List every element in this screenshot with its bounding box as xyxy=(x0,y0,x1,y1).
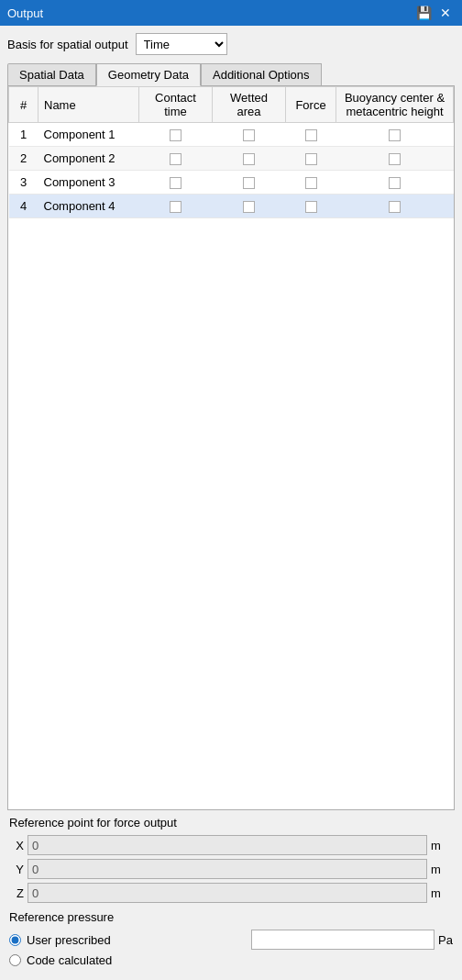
checkbox-buoyancy-2[interactable] xyxy=(389,153,401,165)
x-axis-label: X xyxy=(9,839,24,852)
z-unit: m xyxy=(431,886,453,900)
y-unit: m xyxy=(431,863,453,876)
row-contact-time xyxy=(139,147,213,171)
row-num: 2 xyxy=(9,147,38,171)
title-bar-buttons: 💾 ✕ xyxy=(414,4,455,22)
checkbox-contact-time-2[interactable] xyxy=(170,153,182,165)
checkbox-force-2[interactable] xyxy=(305,153,317,165)
col-header-name: Name xyxy=(38,87,139,123)
col-header-force: Force xyxy=(286,87,336,123)
checkbox-contact-time-3[interactable] xyxy=(170,177,182,189)
save-button[interactable]: 💾 xyxy=(414,4,433,22)
reference-pressure-section: Reference pressure User prescribed Pa Co… xyxy=(9,910,453,967)
checkbox-wetted-area-1[interactable] xyxy=(243,129,255,141)
title-bar: Output 💾 ✕ xyxy=(0,0,462,26)
row-num: 1 xyxy=(9,123,38,147)
y-input[interactable] xyxy=(28,859,427,879)
user-prescribed-radio[interactable] xyxy=(9,934,21,946)
row-force xyxy=(286,123,336,147)
bottom-section: Reference point for force output X m Y m… xyxy=(7,816,455,967)
row-buoyancy xyxy=(336,171,454,195)
row-buoyancy xyxy=(336,147,454,171)
pressure-unit: Pa xyxy=(438,933,453,947)
z-input[interactable] xyxy=(28,883,427,903)
col-header-buoyancy: Buoyancy center &metacentric height xyxy=(336,87,454,123)
row-num: 4 xyxy=(9,195,38,218)
user-prescribed-row: User prescribed Pa xyxy=(9,930,453,950)
row-force xyxy=(286,147,336,171)
row-force xyxy=(286,195,336,218)
row-name: Component 2 xyxy=(38,147,139,171)
z-input-row: Z m xyxy=(9,883,453,903)
pressure-input-part: Pa xyxy=(251,930,453,950)
x-unit: m xyxy=(431,839,453,852)
code-calculated-label: Code calculated xyxy=(27,953,112,967)
row-contact-time xyxy=(139,171,213,195)
col-header-contact-time: Contact time xyxy=(139,87,213,123)
checkbox-buoyancy-4[interactable] xyxy=(389,201,401,213)
tab-options[interactable]: Additional Options xyxy=(201,63,322,86)
x-input-row: X m xyxy=(9,835,453,855)
tab-bar: Spatial Data Geometry Data Additional Op… xyxy=(7,62,455,85)
checkbox-contact-time-4[interactable] xyxy=(170,201,182,213)
row-force xyxy=(286,171,336,195)
reference-force-label: Reference point for force output xyxy=(9,816,453,830)
table-row: 4 Component 4 xyxy=(9,195,454,218)
z-axis-label: Z xyxy=(9,886,24,900)
table-row: 3 Component 3 xyxy=(9,171,454,195)
checkbox-buoyancy-1[interactable] xyxy=(389,129,401,141)
window-title: Output xyxy=(7,6,43,20)
geometry-table-container: # Name Contact time Wetted area Force Bu… xyxy=(7,85,455,810)
row-wetted-area xyxy=(213,123,286,147)
code-calculated-row: Code calculated xyxy=(9,953,453,967)
row-buoyancy xyxy=(336,123,454,147)
basis-label: Basis for spatial output xyxy=(7,38,128,51)
close-button[interactable]: ✕ xyxy=(436,4,455,22)
geometry-table: # Name Contact time Wetted area Force Bu… xyxy=(8,86,454,218)
x-input[interactable] xyxy=(28,835,427,855)
tab-spatial[interactable]: Spatial Data xyxy=(7,63,96,86)
table-row: 1 Component 1 xyxy=(9,123,454,147)
user-prescribed-label: User prescribed xyxy=(27,933,111,947)
checkbox-force-3[interactable] xyxy=(305,177,317,189)
table-header-row: # Name Contact time Wetted area Force Bu… xyxy=(9,87,454,123)
checkbox-wetted-area-3[interactable] xyxy=(243,177,255,189)
row-name: Component 4 xyxy=(38,195,139,218)
checkbox-contact-time-1[interactable] xyxy=(170,129,182,141)
row-num: 3 xyxy=(9,171,38,195)
checkbox-force-4[interactable] xyxy=(305,201,317,213)
basis-select[interactable]: Time Frequency Both xyxy=(136,33,227,55)
y-axis-label: Y xyxy=(9,863,24,876)
main-content: Basis for spatial output Time Frequency … xyxy=(0,26,462,978)
row-name: Component 3 xyxy=(38,171,139,195)
tab-geometry[interactable]: Geometry Data xyxy=(96,63,201,86)
y-input-row: Y m xyxy=(9,859,453,879)
row-buoyancy xyxy=(336,195,454,218)
checkbox-wetted-area-4[interactable] xyxy=(243,201,255,213)
pressure-value-input[interactable] xyxy=(251,930,434,950)
code-calculated-radio[interactable] xyxy=(9,954,21,966)
row-contact-time xyxy=(139,195,213,218)
user-prescribed-radio-part: User prescribed xyxy=(9,933,156,947)
checkbox-force-1[interactable] xyxy=(305,129,317,141)
reference-pressure-label: Reference pressure xyxy=(9,910,453,924)
basis-row: Basis for spatial output Time Frequency … xyxy=(7,33,455,55)
row-wetted-area xyxy=(213,171,286,195)
checkbox-buoyancy-3[interactable] xyxy=(389,177,401,189)
col-header-num: # xyxy=(9,87,38,123)
checkbox-wetted-area-2[interactable] xyxy=(243,153,255,165)
row-name: Component 1 xyxy=(38,123,139,147)
row-contact-time xyxy=(139,123,213,147)
table-row: 2 Component 2 xyxy=(9,147,454,171)
row-wetted-area xyxy=(213,195,286,218)
row-wetted-area xyxy=(213,147,286,171)
col-header-wetted-area: Wetted area xyxy=(213,87,286,123)
